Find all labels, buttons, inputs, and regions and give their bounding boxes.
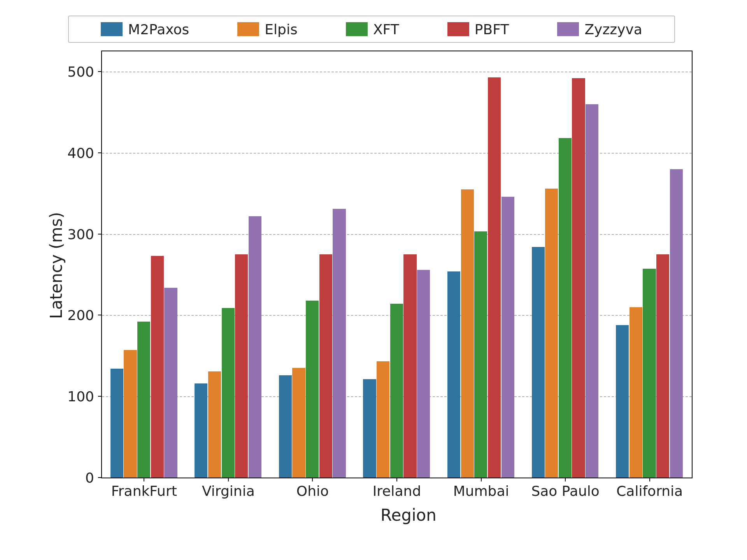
bar [124,350,137,478]
y-tick [98,152,102,153]
x-tick [228,478,229,481]
x-axis-label: Region [31,506,716,525]
legend-swatch-icon [557,22,579,36]
bar [545,189,558,478]
x-tick [649,478,650,481]
x-tick-label: Virginia [202,483,255,499]
x-tick-label: Mumbai [453,483,509,499]
legend-label: M2Paxos [128,21,189,37]
gridline [102,72,692,72]
bar [164,288,177,478]
y-tick [98,315,102,315]
legend-item-elpis: Elpis [237,21,297,37]
gridline [102,234,692,235]
x-tick-label: Ireland [373,483,421,499]
legend-label: Zyzzyva [584,21,642,37]
y-tick-label: 300 [59,226,94,242]
bar [572,78,585,478]
x-tick [481,478,482,481]
y-tick [98,396,102,397]
y-tick-label: 200 [59,307,94,323]
bar [417,270,430,478]
bar [319,254,332,478]
bar [235,254,248,478]
legend-item-xft: XFT [346,21,399,37]
x-tick-label: California [616,483,683,499]
bar [656,254,669,478]
bar [292,368,305,478]
legend-label: XFT [373,21,399,37]
legend-swatch-icon [447,22,469,36]
bar [390,304,403,478]
bar [363,379,376,478]
bar [630,307,642,478]
bar [333,209,345,478]
legend-item-pbft: PBFT [447,21,509,37]
x-tick [565,478,566,481]
gridline [102,153,692,154]
bar [137,322,150,478]
bar [208,371,221,478]
bar [474,231,487,478]
legend-swatch-icon [237,22,259,36]
x-tick [396,478,397,481]
y-tick [98,477,102,478]
y-tick [98,234,102,234]
y-tick-label: 0 [59,470,94,486]
y-tick-label: 500 [59,64,94,80]
bar [461,189,474,478]
bar [249,216,261,478]
bar [532,247,545,478]
legend-label: Elpis [265,21,297,37]
bar [643,269,656,478]
legend-item-zyzzyva: Zyzzyva [557,21,642,37]
legend-swatch-icon [101,22,123,36]
bar [151,256,164,478]
plot-area: 0100200300400500FrankFurtVirginiaOhioIre… [101,51,693,478]
chart-container: M2Paxos Elpis XFT PBFT Zyzzyva Latency (… [31,16,716,544]
bar [586,104,598,478]
bar [447,271,460,478]
legend-item-m2paxos: M2Paxos [101,21,189,37]
bar [279,375,292,478]
x-tick [312,478,313,481]
legend-swatch-icon [346,22,368,36]
legend: M2Paxos Elpis XFT PBFT Zyzzyva [68,16,675,43]
x-tick-label: Ohio [296,483,329,499]
bar [306,301,319,478]
bar [488,77,501,478]
bar [403,254,416,478]
bar [195,383,207,478]
legend-label: PBFT [475,21,509,37]
x-tick [144,478,144,481]
bar [110,369,123,478]
x-tick-label: FrankFurt [111,483,177,499]
y-tick [98,71,102,72]
bar [222,308,235,478]
bar [670,169,683,478]
y-tick-label: 100 [59,388,94,404]
bar [502,197,514,478]
bar [377,361,389,478]
bar [616,325,629,478]
bar [559,138,572,478]
x-tick-label: Sao Paulo [531,483,599,499]
y-tick-label: 400 [59,145,94,161]
